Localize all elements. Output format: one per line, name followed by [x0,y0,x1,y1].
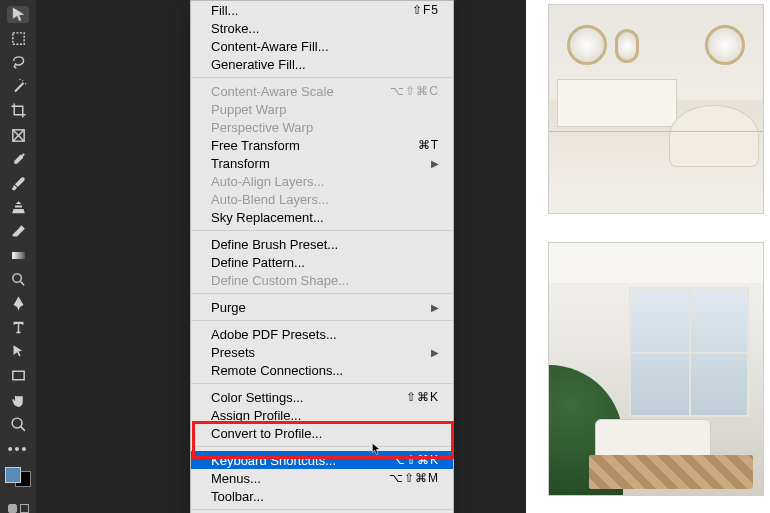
menu-item-color-settings[interactable]: Color Settings...⇧⌘K [191,388,453,406]
svg-rect-0 [12,33,23,44]
menu-item-auto-align: Auto-Align Layers... [191,172,453,190]
menu-item-define-pattern[interactable]: Define Pattern... [191,253,453,271]
svg-point-3 [19,79,20,80]
magic-wand-tool[interactable] [7,78,29,95]
marquee-tool[interactable] [7,30,29,47]
svg-rect-5 [12,252,25,259]
svg-point-1 [22,80,23,81]
screen-mode-icons[interactable] [8,504,29,513]
thumbnail-bathroom[interactable] [548,4,764,214]
menu-item-content-aware-scale: Content-Aware Scale⌥⇧⌘C [191,82,453,100]
crop-tool[interactable] [7,102,29,119]
menu-item-free-transform[interactable]: Free Transform⌘T [191,136,453,154]
edit-menu: Fill...⇧F5 Stroke... Content-Aware Fill.… [190,0,454,513]
menu-item-presets[interactable]: Presets▶ [191,343,453,361]
menu-item-generative-fill[interactable]: Generative Fill... [191,55,453,73]
eraser-tool[interactable] [7,223,29,240]
menu-item-toolbar[interactable]: Toolbar... [191,487,453,505]
menu-item-convert-profile[interactable]: Convert to Profile... [191,424,453,442]
menu-item-auto-blend: Auto-Blend Layers... [191,190,453,208]
menu-item-define-shape: Define Custom Shape... [191,271,453,289]
color-swatches[interactable] [5,467,31,487]
dodge-tool[interactable] [7,271,29,288]
menu-item-purge[interactable]: Purge▶ [191,298,453,316]
menu-item-stroke[interactable]: Stroke... [191,19,453,37]
menu-item-transform[interactable]: Transform▶ [191,154,453,172]
frame-tool[interactable] [7,126,29,143]
menu-item-fill[interactable]: Fill...⇧F5 [191,1,453,19]
thumbnail-living-room[interactable] [548,242,764,496]
menu-item-puppet-warp: Puppet Warp [191,100,453,118]
chevron-right-icon: ▶ [431,347,439,358]
menu-item-menus[interactable]: Menus...⌥⇧⌘M [191,469,453,487]
lasso-tool[interactable] [7,54,29,71]
menu-item-sky-replacement[interactable]: Sky Replacement... [191,208,453,226]
gradient-tool[interactable] [7,247,29,264]
menu-item-content-aware-fill[interactable]: Content-Aware Fill... [191,37,453,55]
brush-tool[interactable] [7,175,29,192]
chevron-right-icon: ▶ [431,158,439,169]
menu-item-remote-connections[interactable]: Remote Connections... [191,361,453,379]
zoom-tool[interactable] [7,416,29,433]
hand-tool[interactable] [7,392,29,409]
svg-point-2 [24,83,25,84]
menu-item-keyboard-shortcuts[interactable]: Keyboard Shortcuts...⌥⇧⌘K [191,451,453,469]
move-tool[interactable] [7,6,29,23]
svg-point-8 [12,418,22,428]
pen-tool[interactable] [7,295,29,312]
path-select-tool[interactable] [7,343,29,360]
menu-item-assign-profile[interactable]: Assign Profile... [191,406,453,424]
clone-stamp-tool[interactable] [7,199,29,216]
svg-point-6 [12,274,20,283]
svg-rect-7 [12,372,23,381]
tools-panel: ••• [0,0,36,513]
chevron-right-icon: ▶ [431,302,439,313]
type-tool[interactable] [7,319,29,336]
rectangle-tool[interactable] [7,367,29,384]
menu-item-perspective-warp: Perspective Warp [191,118,453,136]
menu-item-define-brush[interactable]: Define Brush Preset... [191,235,453,253]
thumbnail-panel [542,0,770,513]
eyedropper-tool[interactable] [7,151,29,168]
menu-item-pdf-presets[interactable]: Adobe PDF Presets... [191,325,453,343]
edit-toolbar-icon[interactable]: ••• [8,444,29,454]
